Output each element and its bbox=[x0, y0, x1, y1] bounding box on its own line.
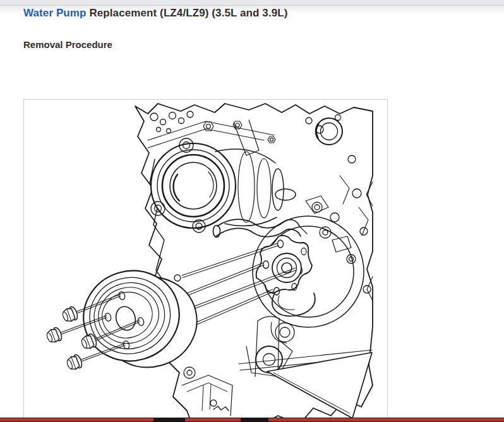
water-pump-link[interactable]: Water Pump bbox=[23, 7, 87, 19]
page-title: Water Pump Replacement (LZ4/LZ9) (3.5L a… bbox=[23, 7, 288, 20]
bottom-edge-bar bbox=[0, 418, 504, 422]
bolt-head bbox=[65, 354, 83, 371]
page-title-rest: Replacement (LZ4/LZ9) (3.5L and 3.9L) bbox=[89, 7, 287, 19]
top-toolbar-edge bbox=[0, 0, 504, 6]
bolt-head bbox=[61, 306, 79, 323]
water-pump-diagram bbox=[24, 100, 387, 422]
figure-box bbox=[23, 99, 388, 422]
removal-procedure-heading: Removal Procedure bbox=[23, 39, 112, 50]
bolt-head bbox=[45, 327, 63, 344]
